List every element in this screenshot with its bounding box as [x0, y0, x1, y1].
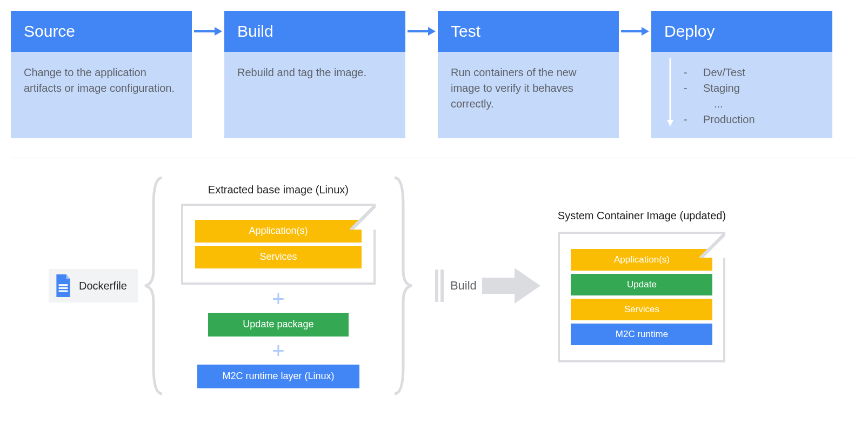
- section-divider: [11, 158, 857, 158]
- brace-open-icon: [138, 172, 170, 399]
- pipeline-row: Source Change to the application artifac…: [11, 11, 857, 138]
- arrow-icon: [192, 11, 224, 52]
- deploy-env: Production: [703, 112, 755, 127]
- layer-services: Services: [195, 246, 362, 268]
- stage-source-title: Source: [11, 11, 192, 52]
- result-layer: Services: [571, 299, 712, 320]
- stage-test: Test Run containers of the new image to …: [438, 11, 619, 138]
- bullet-dash: -: [684, 112, 689, 127]
- deploy-ellipsis: ...: [714, 96, 723, 112]
- layer-applications: Application(s): [195, 220, 362, 243]
- svg-marker-3: [428, 27, 436, 36]
- bullet-dash: -: [684, 65, 689, 80]
- arrow-down-icon: [665, 57, 675, 127]
- stage-deploy: Deploy -Dev/Test -Staging ... -Productio…: [651, 11, 832, 138]
- result-column: System Container Image (updated) Applica…: [558, 210, 726, 362]
- layer-update-package: Update package: [208, 313, 349, 337]
- plus-icon: +: [272, 288, 284, 310]
- result-layer: M2C runtime: [571, 324, 712, 345]
- arrow-right-large-icon: [482, 267, 542, 305]
- svg-marker-5: [642, 27, 649, 36]
- stage-source: Source Change to the application artifac…: [11, 11, 192, 138]
- svg-rect-12: [440, 270, 444, 302]
- extracted-title: Extracted base image (Linux): [208, 184, 349, 196]
- stage-source-body: Change to the application artifacts or i…: [11, 52, 192, 138]
- stage-build-title: Build: [224, 11, 405, 52]
- deploy-env: Dev/Test: [703, 65, 745, 80]
- svg-rect-11: [435, 270, 438, 302]
- bullet-dash: -: [684, 80, 689, 96]
- result-layer: Application(s): [571, 249, 712, 271]
- deploy-env: Staging: [703, 80, 740, 96]
- stage-deploy-body: -Dev/Test -Staging ... -Production: [651, 52, 832, 138]
- layer-m2c-runtime: M2C runtime layer (Linux): [197, 365, 359, 388]
- stage-test-title: Test: [438, 11, 619, 52]
- dockerfile-block: Dockerfile: [49, 269, 138, 302]
- stage-test-body: Run containers of the new image to verif…: [438, 52, 619, 138]
- build-arrow: Build: [435, 267, 542, 305]
- dockerfile-label: Dockerfile: [79, 280, 127, 292]
- arrow-icon: [619, 11, 651, 52]
- svg-marker-7: [667, 120, 673, 126]
- svg-rect-8: [59, 284, 68, 286]
- plus-icon: +: [272, 340, 284, 361]
- result-title: System Container Image (updated): [558, 210, 726, 222]
- svg-rect-10: [59, 290, 68, 292]
- page-corner-icon: [699, 232, 725, 258]
- arrow-icon: [405, 11, 438, 52]
- file-icon: [54, 274, 72, 297]
- svg-rect-9: [59, 287, 68, 289]
- svg-marker-1: [215, 27, 222, 36]
- build-diagram: Dockerfile Extracted base image (Linux) …: [11, 172, 857, 399]
- build-label: Build: [450, 279, 477, 293]
- result-layer: Update: [571, 274, 712, 295]
- stage-build-body: Rebuild and tag the image.: [224, 52, 405, 138]
- input-stack: Extracted base image (Linux) Application…: [170, 184, 386, 388]
- brace-close-icon: [386, 172, 419, 399]
- base-image-frame: Application(s) Services: [181, 204, 376, 285]
- stage-deploy-title: Deploy: [651, 11, 832, 52]
- result-image-frame: Application(s) Update Services M2C runti…: [558, 232, 725, 362]
- double-bar-icon: [435, 270, 445, 302]
- stage-build: Build Rebuild and tag the image.: [224, 11, 405, 138]
- page-corner-icon: [350, 204, 376, 230]
